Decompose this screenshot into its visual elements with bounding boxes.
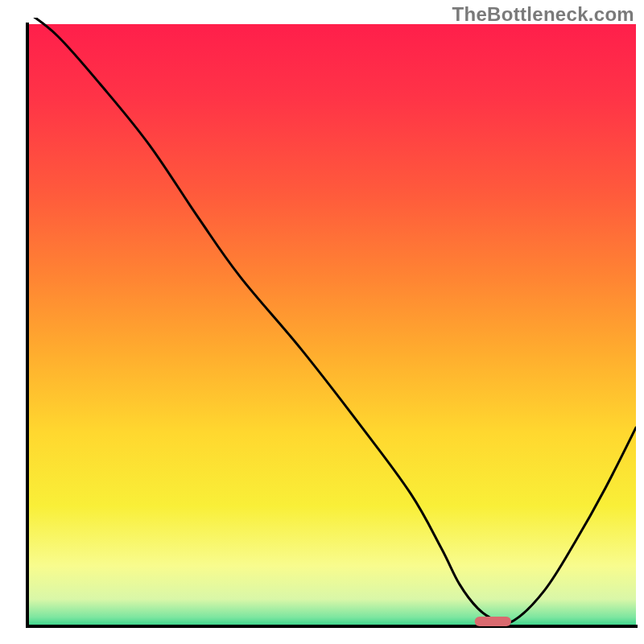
chart-container: TheBottleneck.com [0,0,644,644]
plot-background [27,24,636,626]
optimal-marker [475,617,511,626]
bottleneck-chart [0,0,644,644]
